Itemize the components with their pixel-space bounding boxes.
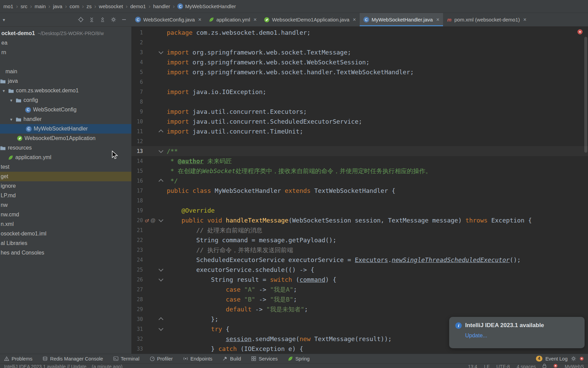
- code-line[interactable]: 14 * @author 未来码匠: [131, 156, 588, 166]
- code-line[interactable]: 6: [131, 77, 588, 87]
- tree-item[interactable]: resources: [0, 143, 131, 153]
- tree-item[interactable]: test: [0, 162, 131, 172]
- editor-tab[interactable]: WebsocketDemo1Application.java×: [260, 13, 360, 26]
- toolwindow-endpoints[interactable]: Endpoints: [183, 356, 213, 362]
- inspection-error-icon[interactable]: [577, 29, 583, 34]
- status-message[interactable]: IntelliJ IDEA 2023.1 available // Update…: [4, 364, 122, 368]
- editor-tab[interactable]: mpom.xml (websocket-demo1)×: [443, 13, 530, 26]
- tree-item[interactable]: ▾config: [0, 95, 131, 105]
- notification-popup[interactable]: i IntelliJ IDEA 2023.1 available Update.…: [449, 317, 585, 348]
- fold-marker-icon[interactable]: [158, 326, 163, 331]
- code-line[interactable]: 28 case "B" -> "我是B";: [131, 294, 588, 304]
- tree-item[interactable]: main: [0, 67, 131, 76]
- fold-marker-icon[interactable]: [158, 267, 163, 272]
- code-line[interactable]: 3import org.springframework.web.socket.T…: [131, 47, 588, 57]
- tree-item[interactable]: ea: [0, 38, 131, 48]
- tree-item[interactable]: hes and Consoles: [0, 248, 131, 258]
- breadcrumb-item[interactable]: main: [35, 3, 46, 9]
- breadcrumb-item[interactable]: handler: [153, 3, 170, 9]
- override-icon[interactable]: [145, 218, 149, 223]
- breadcrumb-item[interactable]: websocket: [99, 3, 123, 9]
- tree-item[interactable]: nw.cmd: [0, 210, 131, 219]
- tree-item[interactable]: rn: [0, 48, 131, 57]
- tree-item[interactable]: nw: [0, 200, 131, 210]
- fold-marker-icon[interactable]: [158, 217, 163, 222]
- expand-all-icon[interactable]: [100, 17, 105, 22]
- editor-tab[interactable]: CMyWebSocketHandler.java×: [360, 13, 443, 26]
- breadcrumb-item[interactable]: com: [70, 3, 79, 9]
- status-item[interactable]: 4 spaces: [517, 364, 536, 368]
- gear-icon[interactable]: [571, 356, 576, 362]
- toolwindow-terminal[interactable]: Terminal: [113, 356, 140, 362]
- code-line[interactable]: 16 */: [131, 176, 588, 186]
- notification-update-link[interactable]: Update...: [465, 333, 487, 339]
- breadcrumb-item[interactable]: src: [21, 3, 28, 9]
- code-line[interactable]: 24 ScheduledExecutorService executorServ…: [131, 255, 588, 265]
- tree-item[interactable]: ▾com.zs.websocket.demo1: [0, 86, 131, 95]
- tree-item[interactable]: CMyWebSocketHandler: [0, 124, 131, 134]
- toolwindow-profiler[interactable]: Profiler: [150, 356, 173, 362]
- tab-close-icon[interactable]: ×: [436, 17, 439, 23]
- code-line[interactable]: 13/**: [131, 146, 588, 156]
- fold-marker-icon[interactable]: [158, 129, 163, 134]
- code-line[interactable]: 12: [131, 136, 588, 146]
- fold-marker-icon[interactable]: [158, 148, 163, 153]
- toolwindow-spring[interactable]: Spring: [288, 356, 310, 362]
- tree-item[interactable]: get: [0, 172, 131, 181]
- code-line[interactable]: 4import org.springframework.web.socket.W…: [131, 57, 588, 67]
- lock-icon[interactable]: [542, 364, 546, 368]
- tree-item[interactable]: ignore: [0, 181, 131, 191]
- status-item[interactable]: 13:4: [468, 364, 477, 368]
- code-line[interactable]: 15 * 在创建的WebSocket处理程序类中，接收来自前端的命令，并使用定时…: [131, 166, 588, 176]
- tree-item[interactable]: WebsocketDemo1Application: [0, 134, 131, 143]
- tree-item[interactable]: LP.md: [0, 191, 131, 200]
- editor-tab[interactable]: application.yml×: [205, 13, 261, 26]
- tab-close-icon[interactable]: ×: [523, 17, 526, 23]
- error-indicator-icon[interactable]: [553, 364, 558, 368]
- code-line[interactable]: 11import java.util.concurrent.TimeUnit;: [131, 126, 588, 136]
- code-line[interactable]: 29 default -> "我是未知者";: [131, 304, 588, 314]
- code-line[interactable]: 10import java.util.concurrent.ScheduledE…: [131, 117, 588, 126]
- breadcrumb-item[interactable]: zs: [86, 3, 92, 9]
- editor-tab[interactable]: CWebSocketConfig.java×: [131, 13, 205, 26]
- project-dropdown-caret[interactable]: ▾: [3, 17, 5, 22]
- collapse-all-icon[interactable]: [89, 17, 95, 22]
- tree-item[interactable]: ▾handler: [0, 114, 131, 124]
- fold-marker-icon[interactable]: [158, 49, 163, 54]
- tab-close-icon[interactable]: ×: [353, 17, 356, 23]
- code-line[interactable]: 23 // 执行命令，并将结果发送回前端: [131, 245, 588, 255]
- code-line[interactable]: 7import java.io.IOException;: [131, 87, 588, 97]
- code-line[interactable]: 5import org.springframework.web.socket.h…: [131, 67, 588, 77]
- breadcrumb-item[interactable]: MyWebSocketHandler: [185, 3, 236, 9]
- code-line[interactable]: 2: [131, 37, 588, 47]
- status-item[interactable]: LF: [484, 364, 489, 368]
- toolwindow-event-log[interactable]: Event Log: [545, 356, 568, 362]
- code-line[interactable]: 8: [131, 97, 588, 107]
- minus-icon[interactable]: [121, 17, 127, 22]
- tree-item[interactable]: CWebSocketConfig: [0, 105, 131, 114]
- code-line[interactable]: 18: [131, 196, 588, 205]
- fold-marker-icon[interactable]: [158, 179, 163, 184]
- tree-item[interactable]: osocket-demo1.iml: [0, 229, 131, 239]
- chevron-down-icon[interactable]: ▾: [9, 117, 14, 122]
- code-line[interactable]: 26 String result = switch (command) {: [131, 275, 588, 285]
- tab-close-icon[interactable]: ×: [198, 17, 201, 23]
- locate-icon[interactable]: [78, 17, 84, 22]
- code-line[interactable]: 1package com.zs.websocket.demo1.handler;: [131, 28, 588, 37]
- breadcrumb-item[interactable]: java: [53, 3, 63, 9]
- status-item[interactable]: UTF-8: [496, 364, 510, 368]
- breadcrumb-item[interactable]: mo1: [3, 3, 13, 9]
- gear-icon[interactable]: [111, 17, 116, 22]
- tree-item[interactable]: n.xml: [0, 219, 131, 229]
- code-area[interactable]: 1package com.zs.websocket.demo1.handler;…: [131, 27, 588, 354]
- project-root-row[interactable]: ocket-demo1 ~/Desktop/ZS-WORK-PRO/8/w: [0, 29, 131, 38]
- chevron-down-icon[interactable]: ▾: [9, 98, 14, 103]
- editor-scrollbar[interactable]: [584, 37, 587, 153]
- code-line[interactable]: 20@ public void handleTextMessage(WebSoc…: [131, 215, 588, 225]
- fold-marker-icon[interactable]: [158, 277, 163, 281]
- code-editor[interactable]: 1package com.zs.websocket.demo1.handler;…: [131, 27, 588, 354]
- toolwindow-redis-manager-console[interactable]: Redis Manager Console: [43, 356, 103, 362]
- tab-close-icon[interactable]: ×: [254, 17, 257, 23]
- code-line[interactable]: 21 // 处理来自前端的消息: [131, 225, 588, 235]
- code-line[interactable]: 22 String command = message.getPayload()…: [131, 235, 588, 245]
